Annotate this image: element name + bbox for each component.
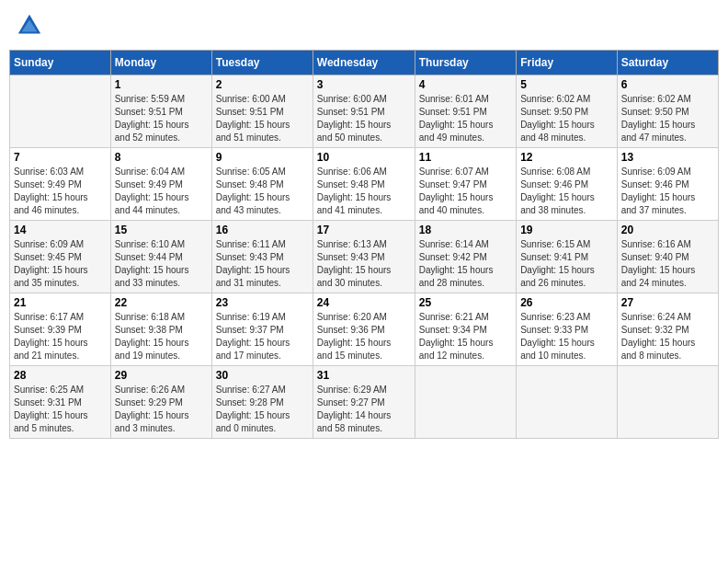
day-number: 10 [317, 151, 411, 164]
calendar-cell: 21Sunrise: 6:17 AM Sunset: 9:39 PM Dayli… [10, 293, 111, 366]
calendar-cell: 25Sunrise: 6:21 AM Sunset: 9:34 PM Dayli… [415, 293, 516, 366]
day-number: 30 [216, 369, 309, 382]
day-number: 31 [317, 369, 411, 382]
calendar-cell: 15Sunrise: 6:10 AM Sunset: 9:44 PM Dayli… [110, 221, 211, 293]
column-header-wednesday: Wednesday [313, 51, 415, 75]
day-info: Sunrise: 6:13 AM Sunset: 9:43 PM Dayligh… [317, 238, 411, 290]
calendar-cell: 13Sunrise: 6:09 AM Sunset: 9:46 PM Dayli… [617, 148, 718, 221]
calendar-cell: 28Sunrise: 6:25 AM Sunset: 9:31 PM Dayli… [10, 366, 111, 439]
page-header [9, 9, 719, 42]
day-number: 6 [621, 78, 714, 91]
day-number: 20 [621, 224, 714, 236]
day-number: 14 [14, 224, 107, 236]
column-header-friday: Friday [517, 51, 618, 75]
day-number: 2 [216, 78, 309, 91]
calendar-cell: 14Sunrise: 6:09 AM Sunset: 9:45 PM Dayli… [10, 221, 111, 293]
day-info: Sunrise: 6:23 AM Sunset: 9:33 PM Dayligh… [520, 311, 613, 362]
day-info: Sunrise: 6:10 AM Sunset: 9:44 PM Dayligh… [115, 238, 208, 290]
day-info: Sunrise: 5:59 AM Sunset: 9:51 PM Dayligh… [115, 93, 208, 144]
day-info: Sunrise: 6:20 AM Sunset: 9:36 PM Dayligh… [317, 311, 411, 362]
day-number: 23 [216, 296, 309, 309]
calendar-cell: 9Sunrise: 6:05 AM Sunset: 9:48 PM Daylig… [211, 148, 313, 221]
calendar-cell: 7Sunrise: 6:03 AM Sunset: 9:49 PM Daylig… [10, 148, 111, 221]
day-info: Sunrise: 6:11 AM Sunset: 9:43 PM Dayligh… [216, 238, 309, 290]
day-number: 21 [14, 296, 107, 309]
day-number: 15 [115, 224, 208, 236]
day-info: Sunrise: 6:29 AM Sunset: 9:27 PM Dayligh… [317, 384, 411, 435]
day-number: 11 [419, 151, 512, 164]
calendar-cell: 10Sunrise: 6:06 AM Sunset: 9:48 PM Dayli… [313, 148, 415, 221]
day-info: Sunrise: 6:16 AM Sunset: 9:40 PM Dayligh… [621, 238, 714, 290]
day-number: 16 [216, 224, 309, 236]
calendar-cell: 17Sunrise: 6:13 AM Sunset: 9:43 PM Dayli… [313, 221, 415, 293]
calendar-cell [10, 75, 111, 148]
calendar-week-row: 7Sunrise: 6:03 AM Sunset: 9:49 PM Daylig… [10, 148, 719, 221]
day-info: Sunrise: 6:06 AM Sunset: 9:48 PM Dayligh… [317, 166, 411, 217]
day-info: Sunrise: 6:05 AM Sunset: 9:48 PM Dayligh… [216, 166, 309, 217]
day-info: Sunrise: 6:04 AM Sunset: 9:49 PM Dayligh… [115, 166, 208, 217]
calendar-cell: 23Sunrise: 6:19 AM Sunset: 9:37 PM Dayli… [211, 293, 313, 366]
day-number: 28 [14, 369, 107, 382]
calendar-cell: 19Sunrise: 6:15 AM Sunset: 9:41 PM Dayli… [517, 221, 618, 293]
calendar-cell: 11Sunrise: 6:07 AM Sunset: 9:47 PM Dayli… [415, 148, 516, 221]
day-info: Sunrise: 6:00 AM Sunset: 9:51 PM Dayligh… [317, 93, 411, 144]
day-headers-row: SundayMondayTuesdayWednesdayThursdayFrid… [10, 51, 719, 75]
calendar-cell: 18Sunrise: 6:14 AM Sunset: 9:42 PM Dayli… [415, 221, 516, 293]
calendar-cell: 27Sunrise: 6:24 AM Sunset: 9:32 PM Dayli… [617, 293, 718, 366]
day-number: 1 [115, 78, 208, 91]
day-number: 27 [621, 296, 714, 309]
calendar-cell: 24Sunrise: 6:20 AM Sunset: 9:36 PM Dayli… [313, 293, 415, 366]
calendar-cell: 29Sunrise: 6:26 AM Sunset: 9:29 PM Dayli… [110, 366, 211, 439]
calendar-cell [617, 366, 718, 439]
day-number: 3 [317, 78, 411, 91]
day-info: Sunrise: 6:02 AM Sunset: 9:50 PM Dayligh… [520, 93, 613, 144]
calendar-cell: 3Sunrise: 6:00 AM Sunset: 9:51 PM Daylig… [313, 75, 415, 148]
day-info: Sunrise: 6:00 AM Sunset: 9:51 PM Dayligh… [216, 93, 309, 144]
day-info: Sunrise: 6:02 AM Sunset: 9:50 PM Dayligh… [621, 93, 714, 144]
calendar-cell: 20Sunrise: 6:16 AM Sunset: 9:40 PM Dayli… [617, 221, 718, 293]
day-number: 29 [115, 369, 208, 382]
day-number: 19 [520, 224, 613, 236]
column-header-sunday: Sunday [10, 51, 111, 75]
day-info: Sunrise: 6:09 AM Sunset: 9:46 PM Dayligh… [621, 166, 714, 217]
calendar-cell: 1Sunrise: 5:59 AM Sunset: 9:51 PM Daylig… [110, 75, 211, 148]
calendar-header: SundayMondayTuesdayWednesdayThursdayFrid… [10, 51, 719, 75]
day-number: 4 [419, 78, 512, 91]
calendar-cell: 22Sunrise: 6:18 AM Sunset: 9:38 PM Dayli… [110, 293, 211, 366]
day-info: Sunrise: 6:17 AM Sunset: 9:39 PM Dayligh… [14, 311, 107, 362]
day-number: 18 [419, 224, 512, 236]
day-info: Sunrise: 6:25 AM Sunset: 9:31 PM Dayligh… [14, 384, 107, 435]
day-info: Sunrise: 6:18 AM Sunset: 9:38 PM Dayligh… [115, 311, 208, 362]
column-header-monday: Monday [110, 51, 211, 75]
day-info: Sunrise: 6:07 AM Sunset: 9:47 PM Dayligh… [419, 166, 512, 217]
day-number: 12 [520, 151, 613, 164]
calendar-week-row: 28Sunrise: 6:25 AM Sunset: 9:31 PM Dayli… [10, 366, 719, 439]
calendar-cell: 31Sunrise: 6:29 AM Sunset: 9:27 PM Dayli… [313, 366, 415, 439]
day-number: 17 [317, 224, 411, 236]
day-info: Sunrise: 6:03 AM Sunset: 9:49 PM Dayligh… [14, 166, 107, 217]
calendar-cell [415, 366, 516, 439]
calendar-week-row: 1Sunrise: 5:59 AM Sunset: 9:51 PM Daylig… [10, 75, 719, 148]
calendar-cell: 5Sunrise: 6:02 AM Sunset: 9:50 PM Daylig… [517, 75, 618, 148]
calendar-cell: 4Sunrise: 6:01 AM Sunset: 9:51 PM Daylig… [415, 75, 516, 148]
day-number: 24 [317, 296, 411, 309]
calendar-week-row: 14Sunrise: 6:09 AM Sunset: 9:45 PM Dayli… [10, 221, 719, 293]
day-number: 13 [621, 151, 714, 164]
day-info: Sunrise: 6:14 AM Sunset: 9:42 PM Dayligh… [419, 238, 512, 290]
day-number: 25 [419, 296, 512, 309]
day-number: 22 [115, 296, 208, 309]
calendar-week-row: 21Sunrise: 6:17 AM Sunset: 9:39 PM Dayli… [10, 293, 719, 366]
day-info: Sunrise: 6:08 AM Sunset: 9:46 PM Dayligh… [520, 166, 613, 217]
calendar-cell: 2Sunrise: 6:00 AM Sunset: 9:51 PM Daylig… [211, 75, 313, 148]
day-number: 7 [14, 151, 107, 164]
calendar-table: SundayMondayTuesdayWednesdayThursdayFrid… [9, 50, 719, 439]
column-header-saturday: Saturday [617, 51, 718, 75]
calendar-cell: 26Sunrise: 6:23 AM Sunset: 9:33 PM Dayli… [517, 293, 618, 366]
day-info: Sunrise: 6:24 AM Sunset: 9:32 PM Dayligh… [621, 311, 714, 362]
calendar-body: 1Sunrise: 5:59 AM Sunset: 9:51 PM Daylig… [10, 75, 719, 439]
column-header-thursday: Thursday [415, 51, 516, 75]
day-number: 5 [520, 78, 613, 91]
day-info: Sunrise: 6:19 AM Sunset: 9:37 PM Dayligh… [216, 311, 309, 362]
day-number: 9 [216, 151, 309, 164]
day-info: Sunrise: 6:21 AM Sunset: 9:34 PM Dayligh… [419, 311, 512, 362]
